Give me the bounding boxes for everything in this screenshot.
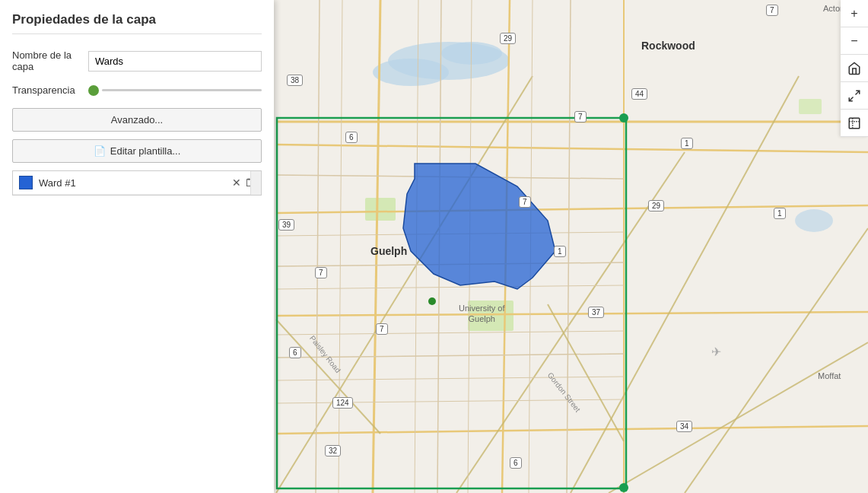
- edit-template-label: Editar plantilla...: [110, 145, 181, 157]
- layer-list: Ward #1 ✕ 🗒: [12, 170, 262, 196]
- svg-line-25: [567, 0, 571, 493]
- home-button[interactable]: [841, 55, 868, 82]
- zoom-in-button[interactable]: +: [841, 0, 868, 27]
- svg-line-23: [316, 0, 320, 493]
- name-label: Nombre de la capa: [12, 49, 88, 72]
- road-1-top: 1: [681, 137, 693, 149]
- close-icon[interactable]: ✕: [232, 177, 241, 189]
- svg-rect-4: [365, 198, 396, 221]
- road-32: 32: [325, 444, 341, 456]
- panel-title: Propiedades de la capa: [12, 12, 262, 34]
- ward-label: Ward #1: [39, 177, 226, 189]
- road-37: 37: [588, 306, 604, 318]
- ward-color-swatch[interactable]: [19, 176, 33, 189]
- road-7-center: 7: [519, 196, 531, 208]
- road-29-right: 29: [648, 199, 664, 212]
- svg-rect-6: [799, 99, 822, 114]
- svg-point-3: [795, 209, 833, 232]
- svg-line-8: [276, 145, 868, 152]
- svg-rect-45: [849, 118, 860, 129]
- expand-button[interactable]: [841, 82, 868, 110]
- svg-line-10: [276, 312, 868, 316]
- road-7-top: 7: [766, 4, 778, 16]
- zoom-out-button[interactable]: −: [841, 27, 868, 55]
- road-1-right: 1: [774, 207, 786, 219]
- select-button[interactable]: [841, 110, 868, 137]
- svg-rect-5: [468, 301, 513, 331]
- road-6-top: 6: [345, 131, 358, 143]
- svg-text:✈: ✈: [711, 345, 721, 358]
- svg-line-36: [548, 304, 624, 441]
- road-124: 124: [332, 396, 353, 409]
- svg-line-44: [849, 97, 853, 100]
- list-item: Ward #1 ✕ 🗒: [13, 171, 261, 195]
- svg-line-27: [276, 285, 624, 289]
- road-34: 34: [676, 420, 692, 432]
- transparency-slider[interactable]: [88, 85, 262, 96]
- svg-line-19: [609, 342, 868, 493]
- road-7-bottom-left: 7: [376, 323, 388, 335]
- svg-point-40: [619, 483, 628, 492]
- edit-template-icon: 📄: [94, 145, 106, 157]
- road-7-mid: 7: [574, 110, 587, 122]
- svg-line-11: [276, 426, 868, 434]
- name-input[interactable]: [88, 51, 262, 72]
- advanced-button[interactable]: Avanzado...: [12, 108, 262, 132]
- svg-point-1: [373, 59, 449, 86]
- list-scrollbar[interactable]: [250, 171, 261, 195]
- svg-point-39: [619, 113, 628, 122]
- slider-thumb-icon[interactable]: [88, 85, 99, 96]
- layer-properties-panel: Propiedades de la capa Nombre de la capa…: [0, 0, 274, 493]
- transparency-row: Transparencia: [12, 84, 262, 96]
- map-toolbar: + −: [841, 0, 868, 137]
- name-row: Nombre de la capa: [12, 49, 262, 72]
- road-7-left: 7: [315, 266, 327, 278]
- road-38: 38: [287, 74, 303, 86]
- edit-template-button[interactable]: 📄 Editar plantilla...: [12, 139, 262, 163]
- svg-point-41: [428, 297, 436, 305]
- svg-line-31: [339, 0, 342, 493]
- svg-line-28: [276, 331, 624, 335]
- transparency-label: Transparencia: [12, 84, 88, 96]
- road-39: 39: [278, 218, 294, 231]
- svg-line-22: [276, 354, 624, 358]
- slider-track[interactable]: [102, 89, 262, 91]
- road-44: 44: [631, 87, 647, 100]
- svg-line-30: [276, 399, 624, 403]
- svg-line-35: [276, 320, 380, 434]
- svg-marker-37: [403, 164, 555, 289]
- road-29-top: 29: [500, 32, 516, 44]
- road-6-bottom: 6: [510, 456, 522, 469]
- road-6-left: 6: [289, 346, 301, 358]
- svg-line-18: [685, 228, 868, 493]
- road-1-center: 1: [554, 245, 566, 257]
- svg-line-43: [856, 91, 860, 94]
